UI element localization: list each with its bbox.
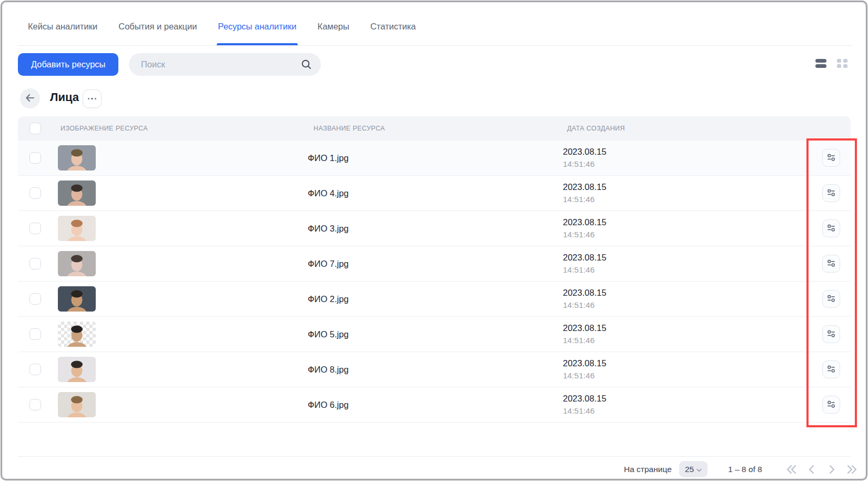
resource-name: ФИО 6.jpg xyxy=(308,400,349,410)
resource-name: ФИО 2.jpg xyxy=(308,294,349,304)
search-icon[interactable] xyxy=(301,59,312,72)
resource-date: 2023.08.15 xyxy=(563,288,607,297)
row-checkbox[interactable] xyxy=(29,328,41,340)
per-page-value: 25 xyxy=(685,465,694,474)
tab-analytics-resources[interactable]: Ресурсы аналитики xyxy=(218,21,296,32)
resource-created: 2023.08.15 14:51:46 xyxy=(563,357,607,382)
row-checkbox[interactable] xyxy=(29,258,41,269)
previous-page-button[interactable] xyxy=(804,462,820,477)
tab-cameras[interactable]: Камеры xyxy=(318,21,349,32)
search-field xyxy=(129,53,321,76)
arrow-left-icon xyxy=(24,92,36,105)
resource-thumbnail xyxy=(58,322,96,347)
chevron-down-icon xyxy=(697,465,702,474)
resource-name: ФИО 5.jpg xyxy=(308,329,349,339)
first-page-button[interactable] xyxy=(784,462,800,477)
chevron-left-icon xyxy=(808,464,815,475)
pagination-range: 1 – 8 of 8 xyxy=(728,465,762,474)
per-page-select[interactable]: 25 xyxy=(679,461,708,477)
resource-created: 2023.08.15 14:51:46 xyxy=(563,181,607,205)
table-row: ФИО 2.jpg 2023.08.15 14:51:46 xyxy=(18,282,851,317)
pagination-controls xyxy=(784,462,860,477)
row-checkbox[interactable] xyxy=(29,187,41,199)
resource-date: 2023.08.15 xyxy=(563,253,607,262)
resource-thumbnail xyxy=(58,216,96,241)
resource-created: 2023.08.15 14:51:46 xyxy=(563,146,607,170)
table-row: ФИО 3.jpg 2023.08.15 14:51:46 xyxy=(18,211,851,246)
row-checkbox[interactable] xyxy=(29,399,41,410)
resource-time: 14:51:46 xyxy=(563,336,594,345)
tab-statistics[interactable]: Статистика xyxy=(370,21,416,32)
select-all-checkbox[interactable] xyxy=(29,123,41,134)
resource-time: 14:51:46 xyxy=(563,265,594,274)
resource-thumbnail xyxy=(58,145,96,171)
resource-thumbnail xyxy=(58,357,96,382)
list-view-icon[interactable] xyxy=(815,59,826,68)
resource-name: ФИО 4.jpg xyxy=(308,188,349,198)
column-header-date: ДАТА СОЗДАНИЯ xyxy=(567,125,625,132)
resource-date: 2023.08.15 xyxy=(563,217,607,227)
resource-name: ФИО 7.jpg xyxy=(308,259,349,269)
double-chevron-left-icon xyxy=(786,464,798,475)
table-row: ФИО 5.jpg 2023.08.15 14:51:46 xyxy=(18,317,851,352)
resource-thumbnail xyxy=(58,251,96,276)
more-actions-button[interactable] xyxy=(83,89,102,108)
table-row: ФИО 6.jpg 2023.08.15 14:51:46 xyxy=(18,387,851,423)
resource-date: 2023.08.15 xyxy=(563,182,607,192)
resource-thumbnail xyxy=(58,286,96,312)
resource-time: 14:51:46 xyxy=(563,300,594,309)
grid-view-icon[interactable] xyxy=(837,59,847,68)
tab-events-reactions[interactable]: События и реакции xyxy=(118,21,197,32)
resource-date: 2023.08.15 xyxy=(563,147,607,156)
table-header-row: ИЗОБРАЖЕНИЕ РЕСУРСА НАЗВАНИЕ РЕСУРСА ДАТ… xyxy=(18,116,851,141)
resource-date: 2023.08.15 xyxy=(563,394,607,403)
resource-thumbnail xyxy=(58,181,96,206)
tab-bar-divider xyxy=(17,45,852,46)
last-page-button[interactable] xyxy=(844,462,860,477)
column-header-name: НАЗВАНИЕ РЕСУРСА xyxy=(314,125,385,132)
resources-table: ИЗОБРАЖЕНИЕ РЕСУРСА НАЗВАНИЕ РЕСУРСА ДАТ… xyxy=(18,116,851,423)
resource-time: 14:51:46 xyxy=(563,230,594,239)
table-row: ФИО 7.jpg 2023.08.15 14:51:46 xyxy=(18,246,851,282)
resource-date: 2023.08.15 xyxy=(563,358,607,368)
per-page-label: На странице xyxy=(624,465,672,474)
app-window: Кейсы аналитикиСобытия и реакцииРесурсы … xyxy=(0,0,868,481)
row-checkbox[interactable] xyxy=(29,364,41,375)
resource-time: 14:51:46 xyxy=(563,371,594,380)
resource-created: 2023.08.15 14:51:46 xyxy=(563,216,607,241)
footer-divider xyxy=(18,456,851,457)
resource-time: 14:51:46 xyxy=(563,195,594,204)
resource-thumbnail xyxy=(58,392,96,417)
page-title: Лица xyxy=(50,91,79,104)
chevron-right-icon xyxy=(828,464,835,475)
table-row: ФИО 8.jpg 2023.08.15 14:51:46 xyxy=(18,352,851,387)
resource-name: ФИО 3.jpg xyxy=(308,224,349,234)
resource-created: 2023.08.15 14:51:46 xyxy=(563,252,607,276)
row-checkbox[interactable] xyxy=(29,223,41,234)
resource-time: 14:51:46 xyxy=(563,159,594,168)
ellipsis-icon xyxy=(88,98,97,100)
resource-created: 2023.08.15 14:51:46 xyxy=(563,393,607,417)
double-chevron-right-icon xyxy=(846,464,857,475)
row-checkbox[interactable] xyxy=(29,152,41,164)
resource-created: 2023.08.15 14:51:46 xyxy=(563,322,607,346)
resource-name: ФИО 1.jpg xyxy=(308,153,349,163)
table-body: ФИО 1.jpg 2023.08.15 14:51:46 ФИО 4.jpg … xyxy=(18,141,851,423)
resource-date: 2023.08.15 xyxy=(563,323,607,333)
row-checkbox[interactable] xyxy=(29,293,41,305)
table-row: ФИО 1.jpg 2023.08.15 14:51:46 xyxy=(18,141,851,176)
annotation-rectangle xyxy=(806,138,857,427)
view-mode-toggles xyxy=(815,59,847,68)
table-row: ФИО 4.jpg 2023.08.15 14:51:46 xyxy=(18,176,851,211)
back-button[interactable] xyxy=(20,88,40,108)
search-input[interactable] xyxy=(129,53,321,76)
resource-created: 2023.08.15 14:51:46 xyxy=(563,287,607,311)
next-page-button[interactable] xyxy=(824,462,840,477)
tab-bar: Кейсы аналитикиСобытия и реакцииРесурсы … xyxy=(28,21,416,32)
column-header-image: ИЗОБРАЖЕНИЕ РЕСУРСА xyxy=(60,125,148,132)
resource-name: ФИО 8.jpg xyxy=(308,365,349,375)
resource-time: 14:51:46 xyxy=(563,406,594,415)
add-resources-button[interactable]: Добавить ресурсы xyxy=(18,53,118,76)
tab-analytics-cases[interactable]: Кейсы аналитики xyxy=(28,21,97,32)
